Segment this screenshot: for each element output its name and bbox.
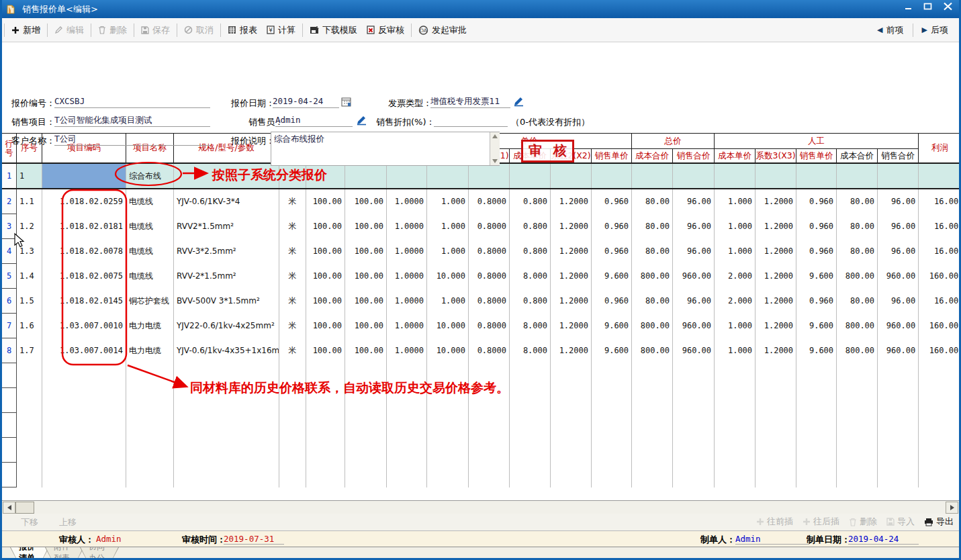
grid-cell[interactable] [510, 363, 551, 388]
grid-cell[interactable] [126, 463, 174, 487]
grid-cell[interactable] [17, 388, 42, 413]
grid-cell[interactable] [837, 388, 878, 413]
move-up-button[interactable]: 上移 [59, 516, 77, 528]
grid-cell[interactable]: 1.018.02.0259 [42, 189, 126, 214]
grid-cell[interactable] [796, 163, 837, 189]
grid-cell[interactable]: 1.2000 [756, 214, 796, 239]
scroll-right-button[interactable] [946, 502, 958, 514]
grid-cell[interactable] [42, 363, 126, 388]
grid-cell[interactable]: 米 [279, 264, 306, 289]
grid-cell[interactable]: 米 [279, 189, 306, 214]
grid-cell[interactable]: 1.000 [427, 189, 469, 214]
row-number-cell[interactable]: 6 [2, 289, 17, 314]
tab-inactive[interactable]: 附件列表 [45, 547, 84, 559]
grid-cell[interactable]: 1.018.02.0075 [42, 264, 126, 289]
grid-cell[interactable] [427, 363, 469, 388]
grid-cell[interactable] [919, 413, 961, 438]
grid-cell[interactable]: 8.000 [510, 338, 551, 363]
grid-cell[interactable]: 1.018.02.0181 [42, 214, 126, 239]
grid-cell[interactable]: 8.000 [510, 264, 551, 289]
grid-cell[interactable] [174, 388, 279, 413]
toolbar-button-oa[interactable]: OA发起审批 [414, 21, 471, 39]
grid-cell[interactable] [592, 363, 632, 388]
grid-cell[interactable] [306, 438, 345, 463]
discount-field[interactable] [434, 115, 508, 127]
row-number-cell[interactable]: 2 [2, 189, 17, 214]
grid-cell[interactable] [510, 413, 551, 438]
grid-cell[interactable]: 100.00 [306, 239, 345, 264]
grid-cell[interactable]: 0.800 [510, 189, 551, 214]
tab-active[interactable]: 报价清单 [10, 547, 49, 559]
grid-cell[interactable] [306, 413, 345, 438]
grid-cell[interactable]: 1.0000 [387, 314, 427, 338]
toolbar-button-unaudit[interactable]: 反审核 [362, 21, 409, 39]
grid-cell[interactable]: 800.00 [837, 264, 878, 289]
tab-inactive[interactable]: 协同办公 [80, 547, 119, 559]
scroll-down-icon[interactable] [491, 157, 499, 165]
grid-cell[interactable]: 0.960 [796, 189, 837, 214]
grid-cell[interactable] [837, 438, 878, 463]
grid-cell[interactable] [878, 163, 919, 189]
grid-cell[interactable] [837, 413, 878, 438]
grid-cell[interactable]: 1.2000 [756, 314, 796, 338]
grid-cell[interactable]: 1.1 [17, 189, 42, 214]
grid-cell[interactable]: 1.000 [715, 214, 756, 239]
grid-cell[interactable]: 1.000 [715, 189, 756, 214]
grid-cell[interactable] [387, 438, 427, 463]
grid-cell[interactable]: 800.00 [632, 338, 673, 363]
grid-cell[interactable]: 1.2000 [551, 239, 592, 264]
grid-cell[interactable]: 米 [279, 338, 306, 363]
grid-cell[interactable] [387, 388, 427, 413]
grid-cell[interactable] [632, 463, 673, 487]
grid-cell[interactable]: 0.960 [796, 239, 837, 264]
grid-cell[interactable] [17, 413, 42, 438]
grid-cell[interactable] [469, 388, 510, 413]
quote-date-field[interactable]: 2019-04-24 [273, 96, 339, 108]
grid-cell[interactable]: 电缆线 [126, 239, 174, 264]
grid-cell[interactable] [673, 388, 715, 413]
grid-cell[interactable]: 960.00 [878, 264, 919, 289]
grid-cell[interactable] [427, 163, 469, 189]
grid-cell[interactable] [756, 388, 796, 413]
edit-pen-icon[interactable] [513, 95, 524, 107]
grid-cell[interactable]: 96.00 [673, 239, 715, 264]
grid-cell[interactable] [551, 363, 592, 388]
grid-cell[interactable] [306, 363, 345, 388]
grid-cell[interactable]: 80.00 [837, 189, 878, 214]
grid-cell[interactable] [796, 463, 837, 487]
grid-cell[interactable] [306, 463, 345, 487]
grid-cell[interactable] [715, 363, 756, 388]
grid-cell[interactable]: 9.600 [592, 338, 632, 363]
grid-cell[interactable]: 1.000 [427, 239, 469, 264]
grid-cell[interactable] [878, 363, 919, 388]
grid-cell[interactable]: 0.8000 [469, 289, 510, 314]
edit-pen-icon[interactable] [356, 114, 367, 126]
grid-cell[interactable] [427, 413, 469, 438]
grid-cell[interactable]: 100.00 [345, 289, 387, 314]
grid-cell[interactable]: 1.000 [427, 214, 469, 239]
grid-cell[interactable]: 96.00 [673, 289, 715, 314]
grid-cell[interactable] [878, 388, 919, 413]
grid-cell[interactable] [510, 463, 551, 487]
row-number-cell[interactable]: 7 [2, 314, 17, 338]
salesman-field[interactable]: Admin [275, 115, 353, 127]
grid-cell[interactable] [427, 388, 469, 413]
grid-cell[interactable]: 1.2000 [551, 214, 592, 239]
grid-cell[interactable] [387, 463, 427, 487]
customer-field[interactable]: T公司 [54, 134, 210, 146]
grid-cell[interactable] [126, 363, 174, 388]
grid-cell[interactable] [551, 438, 592, 463]
grid-cell[interactable] [673, 438, 715, 463]
grid-cell[interactable] [469, 463, 510, 487]
grid-cell[interactable]: 0.800 [510, 214, 551, 239]
grid-cell[interactable]: YJV22-0.6/1kv-4x25mm² [174, 314, 279, 338]
grid-cell[interactable]: 9.600 [796, 264, 837, 289]
grid-cell[interactable]: 160.00 [919, 338, 961, 363]
grid-cell[interactable]: 1.2000 [551, 314, 592, 338]
grid-cell[interactable]: 160.00 [919, 264, 961, 289]
grid-cell[interactable]: 米 [279, 239, 306, 264]
grid-cell[interactable]: 0.800 [510, 289, 551, 314]
next-item-button[interactable]: ▶后项 [918, 24, 952, 36]
grid-cell[interactable]: 80.00 [632, 189, 673, 214]
grid-cell[interactable] [174, 463, 279, 487]
